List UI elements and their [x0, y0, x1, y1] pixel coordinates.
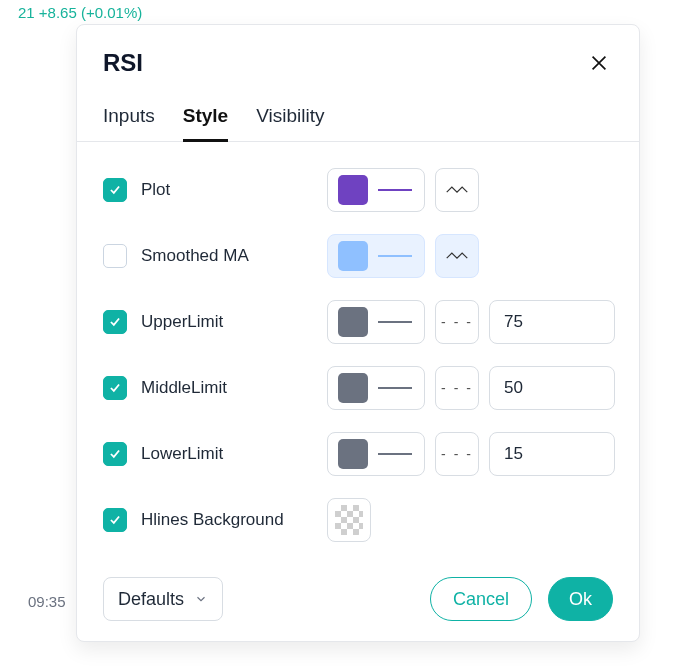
- swatch-upper: [338, 307, 368, 337]
- price-change-text: 21 +8.65 (+0.01%): [18, 4, 142, 21]
- tabs: Inputs Style Visibility: [77, 83, 639, 142]
- checkbox-lower-limit[interactable]: [103, 442, 127, 466]
- swatch-smoothed: [338, 241, 368, 271]
- cancel-button[interactable]: Cancel: [430, 577, 532, 621]
- defaults-dropdown[interactable]: Defaults: [103, 577, 223, 621]
- color-line-plot[interactable]: [327, 168, 425, 212]
- row-upper-limit: UpperLimit - - -: [103, 298, 613, 346]
- wave-icon: [446, 249, 468, 263]
- ok-button[interactable]: Ok: [548, 577, 613, 621]
- value-upper-limit[interactable]: [489, 300, 615, 344]
- check-icon: [108, 249, 122, 263]
- value-lower-limit[interactable]: [489, 432, 615, 476]
- tab-inputs[interactable]: Inputs: [103, 101, 155, 141]
- swatch-middle: [338, 373, 368, 403]
- ok-label: Ok: [569, 589, 592, 610]
- row-middle-limit: MiddleLimit - - -: [103, 364, 613, 412]
- time-axis-label: 09:35: [28, 593, 66, 610]
- line-sample-icon: [378, 255, 412, 257]
- input-lower-limit[interactable]: [504, 444, 600, 464]
- label-middle-limit: MiddleLimit: [141, 378, 227, 398]
- line-sample-icon: [378, 453, 412, 455]
- dash-icon: - - -: [441, 314, 473, 330]
- tab-style[interactable]: Style: [183, 101, 228, 142]
- label-plot: Plot: [141, 180, 170, 200]
- chevron-down-icon: [194, 592, 208, 606]
- color-line-smoothed-ma[interactable]: [327, 234, 425, 278]
- defaults-label: Defaults: [118, 589, 184, 610]
- value-middle-limit[interactable]: [489, 366, 615, 410]
- check-icon: [108, 447, 122, 461]
- color-line-lower[interactable]: [327, 432, 425, 476]
- transparent-swatch-icon: [335, 505, 363, 535]
- modal-title: RSI: [103, 49, 143, 77]
- line-sample-icon: [378, 387, 412, 389]
- line-dash-lower[interactable]: - - -: [435, 432, 479, 476]
- color-hlines-background[interactable]: [327, 498, 371, 542]
- swatch-lower: [338, 439, 368, 469]
- line-dash-upper[interactable]: - - -: [435, 300, 479, 344]
- row-smoothed-ma: Smoothed MA: [103, 232, 613, 280]
- color-line-middle[interactable]: [327, 366, 425, 410]
- dash-icon: - - -: [441, 446, 473, 462]
- row-lower-limit: LowerLimit - - -: [103, 430, 613, 478]
- check-icon: [108, 183, 122, 197]
- line-sample-icon: [378, 189, 412, 191]
- indicator-settings-modal: RSI Inputs Style Visibility Plot: [76, 24, 640, 642]
- modal-footer: Defaults Cancel Ok: [77, 573, 639, 641]
- input-upper-limit[interactable]: [504, 312, 600, 332]
- check-icon: [108, 315, 122, 329]
- row-plot: Plot: [103, 166, 613, 214]
- swatch-plot: [338, 175, 368, 205]
- dash-icon: - - -: [441, 380, 473, 396]
- checkbox-hlines-background[interactable]: [103, 508, 127, 532]
- checkbox-upper-limit[interactable]: [103, 310, 127, 334]
- close-button[interactable]: [585, 49, 613, 77]
- label-hlines-background: Hlines Background: [141, 510, 284, 530]
- close-icon: [588, 52, 610, 74]
- label-lower-limit: LowerLimit: [141, 444, 223, 464]
- label-smoothed-ma: Smoothed MA: [141, 246, 249, 266]
- tab-visibility[interactable]: Visibility: [256, 101, 324, 141]
- line-type-plot[interactable]: [435, 168, 479, 212]
- modal-body: Plot Smoothed: [77, 146, 639, 573]
- line-dash-middle[interactable]: - - -: [435, 366, 479, 410]
- checkbox-smoothed-ma[interactable]: [103, 244, 127, 268]
- color-line-upper[interactable]: [327, 300, 425, 344]
- check-icon: [108, 513, 122, 527]
- cancel-label: Cancel: [453, 589, 509, 610]
- check-icon: [108, 381, 122, 395]
- wave-icon: [446, 183, 468, 197]
- row-hlines-background: Hlines Background: [103, 496, 613, 544]
- checkbox-plot[interactable]: [103, 178, 127, 202]
- line-type-smoothed-ma[interactable]: [435, 234, 479, 278]
- input-middle-limit[interactable]: [504, 378, 600, 398]
- line-sample-icon: [378, 321, 412, 323]
- label-upper-limit: UpperLimit: [141, 312, 223, 332]
- checkbox-middle-limit[interactable]: [103, 376, 127, 400]
